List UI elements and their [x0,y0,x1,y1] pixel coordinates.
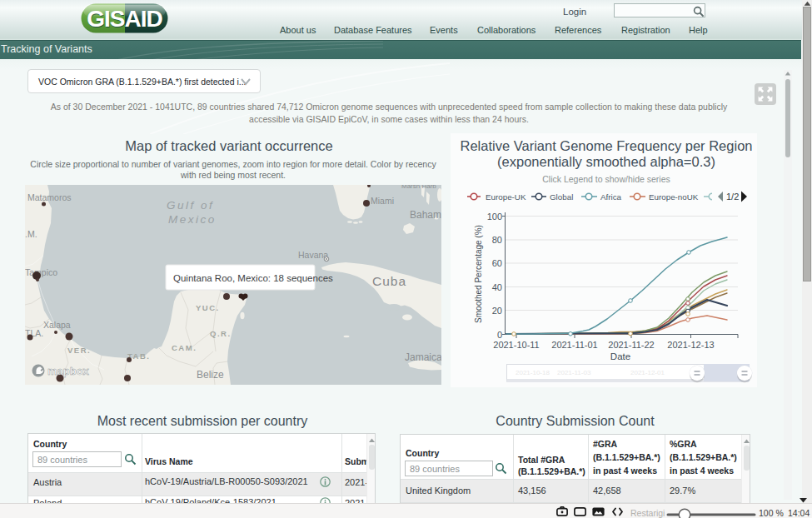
svg-text:Cuba: Cuba [372,274,406,288]
svg-text:Global: Global [550,192,573,202]
svg-text:100: 100 [487,212,502,222]
svg-text:Xalapa: Xalapa [43,320,71,330]
svg-text:0: 0 [497,330,502,340]
svg-text:2021-11-22: 2021-11-22 [608,340,654,350]
svg-text:Belize: Belize [197,369,224,381]
svg-text:Date: Date [610,351,630,361]
svg-text:Smoothed Percentage (%): Smoothed Percentage (%) [474,225,483,323]
svg-text:Europe-noUK: Europe-noUK [649,192,699,202]
svg-text:2021-12-13: 2021-12-13 [667,340,714,350]
svg-text:80: 80 [492,235,502,245]
svg-text:Baham: Baham [410,209,441,221]
svg-text:Gulf of: Gulf of [167,199,214,212]
svg-text:Mexico: Mexico [168,213,217,226]
svg-text:Africa: Africa [600,192,622,202]
svg-text:Marsh Harb: Marsh Harb [401,185,436,190]
svg-text:Quintana Roo, Mexico: 18 seque: Quintana Roo, Mexico: 18 sequences [173,273,333,283]
svg-text:20: 20 [492,306,502,316]
svg-text:2021-11-01: 2021-11-01 [551,340,597,350]
svg-text:Miami: Miami [371,196,394,206]
svg-text:Europe-UK: Europe-UK [486,192,526,202]
svg-text:CAM.: CAM. [172,343,197,352]
svg-text:Tampico: Tampico [25,267,57,277]
svg-text:Jamaica: Jamaica [405,351,441,363]
svg-text:60: 60 [492,258,502,268]
svg-text:YUC.: YUC. [196,303,220,312]
svg-text:40: 40 [492,282,502,292]
svg-text:mapbox: mapbox [47,365,90,377]
svg-text:VER.: VER. [67,346,91,355]
svg-text:.M.: .M. [25,229,37,239]
svg-text:Matamoros: Matamoros [27,192,72,202]
svg-text:GISAID: GISAID [87,6,162,32]
svg-text:2021-10-11: 2021-10-11 [493,340,539,350]
svg-text:1/2: 1/2 [726,192,739,202]
svg-text:Q.R.: Q.R. [210,329,232,338]
